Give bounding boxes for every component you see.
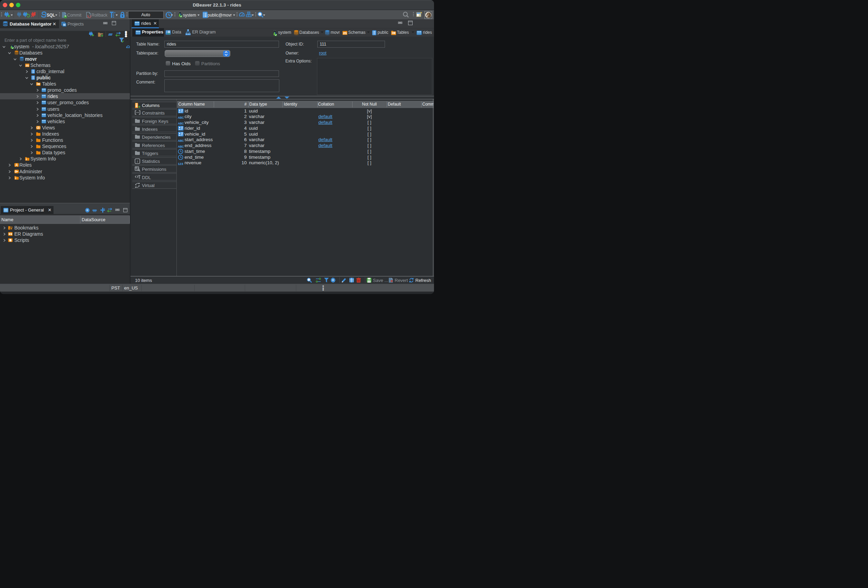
svg-text:i: i [137, 159, 138, 163]
